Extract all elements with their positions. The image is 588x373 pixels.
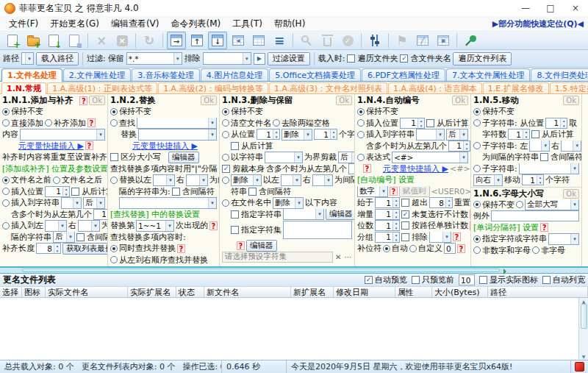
minimize-button[interactable]: — (513, 0, 538, 16)
chevron-down-icon[interactable]: ▾ (243, 53, 251, 64)
chevron-down-icon[interactable]: ▾ (570, 163, 578, 174)
chevron-down-icon[interactable]: ▾ (96, 198, 104, 208)
combo-box[interactable]: ▾ (283, 209, 324, 221)
help-icon[interactable]: ? (363, 164, 371, 173)
checkbox[interactable]: 区分大小写 (110, 152, 161, 163)
spin-down-icon[interactable]: ▾ (537, 180, 543, 185)
confirm-icon[interactable]: ✓ (338, 32, 357, 49)
column-header-9[interactable]: 属性 (395, 287, 432, 297)
radio-option[interactable]: 清空文件名 (222, 118, 271, 129)
spin-up-icon[interactable]: ▴ (561, 118, 567, 124)
chevron-down-icon[interactable]: ▾ (165, 221, 173, 231)
spinner[interactable]: 1▴▾ (400, 118, 425, 129)
spinner[interactable]: 1▴▾ (508, 129, 530, 140)
combo-box[interactable]: ▾ (429, 232, 451, 244)
chevron-down-icon[interactable]: ▾ (351, 152, 354, 163)
radio-option[interactable]: 子字符串: 左 (473, 141, 528, 152)
import-list-icon[interactable]: ↓ (44, 32, 63, 49)
combo-box[interactable]: ▾ (186, 174, 208, 186)
button[interactable]: 编辑器 (168, 152, 199, 163)
close-button[interactable]: × (563, 0, 588, 16)
combo-box[interactable]: ▾ (416, 129, 445, 141)
help-icon[interactable]: ? (85, 141, 93, 150)
spin-down-icon[interactable]: ▾ (561, 124, 567, 129)
apply-filter-button[interactable]: ▶ (254, 53, 265, 65)
combo-box[interactable]: 1~~1▾ (136, 220, 174, 232)
radio-option[interactable]: 插入位置 (2, 186, 43, 197)
radio-option[interactable] (222, 177, 229, 184)
radio-option[interactable]: 非字母 (532, 245, 565, 256)
sub-tab-3[interactable]: 1.A.高级(2)：编码与转换等 (158, 82, 268, 93)
radio-option[interactable]: 保持不变 (222, 106, 263, 117)
menu-item-6[interactable]: 帮助(H) (268, 18, 311, 30)
spinner[interactable]: 1▴▾ (93, 209, 107, 220)
text-area[interactable] (283, 221, 352, 239)
add-folder-icon[interactable]: + (24, 32, 43, 49)
checkbox[interactable]: 未复选行不计数 (401, 209, 468, 220)
checklist-icon[interactable]: ≡ (270, 32, 289, 49)
radio-option[interactable]: 替换以左 (110, 174, 151, 185)
chevron-down-icon[interactable]: ▾ (324, 175, 332, 185)
column-header-2[interactable]: 图标 (22, 287, 46, 297)
spin-up-icon[interactable]: ▴ (523, 129, 529, 135)
checkbox[interactable]: 超出 (401, 197, 428, 208)
combo-box[interactable]: 向右▾ (473, 174, 503, 186)
main-tab-7[interactable]: 7.文本文件属性处理 (446, 68, 531, 81)
ok-button[interactable]: Ok (563, 96, 579, 105)
spin-down-icon[interactable]: ▾ (393, 226, 399, 231)
scrollbar-thumb[interactable] (581, 304, 587, 329)
quick-insert-link[interactable]: 元变量快捷插入 ▶ (132, 141, 198, 152)
radio-option[interactable]: 插入到字符串 (2, 197, 60, 208)
combo-box[interactable]: ▾ (138, 129, 217, 141)
spin-down-icon[interactable]: ▾ (393, 238, 399, 243)
main-tab-1[interactable]: 1.文件名处理 (1, 68, 62, 82)
main-tab-5[interactable]: 5.Office文档摘要处理 (269, 68, 361, 81)
combo-box[interactable]: ▾ (20, 129, 105, 141)
checkbox[interactable]: 从后计算 (71, 186, 107, 197)
sub-tab-7[interactable]: 1.5.特定类型文件名修改 (550, 82, 588, 93)
ok-button[interactable]: Ok (336, 96, 352, 105)
save-grid-icon[interactable]: ▪ (434, 32, 453, 49)
combo-box[interactable]: ▾ (281, 174, 301, 186)
button[interactable]: 获取列表最长 (62, 243, 107, 255)
load-path-button[interactable]: 载入路径 (36, 52, 79, 65)
menu-item-2[interactable]: 开始更名(G) (44, 18, 105, 30)
chevron-down-icon[interactable]: ▾ (253, 175, 261, 185)
checkbox[interactable]: 从后计算 (531, 129, 574, 140)
chevron-down-icon[interactable]: ▾ (436, 129, 444, 140)
column-header-3[interactable]: 实际文件名 (46, 287, 128, 297)
combo-box[interactable]: 删除▾ (231, 174, 262, 186)
combo-box[interactable]: ▾ (529, 141, 550, 152)
checkbox[interactable]: 从后计算 (231, 141, 273, 152)
clear-list-icon[interactable]: × (112, 32, 132, 49)
radio-option[interactable]: 自动 (383, 243, 408, 254)
combo-box[interactable]: ▾ (153, 174, 175, 186)
spin-down-icon[interactable]: ▾ (273, 135, 279, 140)
chevron-down-icon[interactable]: ▾ (96, 129, 104, 140)
spin-down-icon[interactable]: ▾ (464, 146, 470, 152)
sub-tab-4[interactable]: 1.A.高级(3)：文件名对照列表 (269, 82, 387, 93)
combo-box[interactable]: 后▾ (83, 197, 105, 209)
ok-button[interactable]: Ok (452, 96, 468, 105)
spin-up-icon[interactable]: ▴ (393, 198, 399, 203)
chevron-down-icon[interactable]: ▾ (573, 141, 581, 151)
help-icon[interactable]: ? (470, 221, 470, 230)
radio-option[interactable]: 插入到左 (2, 220, 43, 231)
column-header-4[interactable]: 实际扩展名 (128, 287, 176, 297)
main-tab-2[interactable]: 2.文件属性处理 (63, 68, 132, 81)
spin-up-icon[interactable]: ▴ (393, 232, 399, 238)
combo-box[interactable]: ▾ (548, 233, 579, 245)
help-icon[interactable]: ? (457, 244, 465, 253)
column-header-1[interactable]: 选择 (0, 287, 22, 297)
combo-box[interactable]: 删除▾ (273, 197, 304, 209)
chevron-down-icon[interactable]: ▾ (66, 232, 74, 242)
checkbox[interactable]: 含间隔符 (76, 232, 107, 243)
main-tab-3[interactable]: 3.音乐标签处理 (132, 68, 200, 81)
radio-option[interactable]: 去除两端空格 (273, 118, 330, 129)
auto-preview-checkbox[interactable]: 自动预览 (365, 274, 407, 285)
spin-up-icon[interactable]: ▴ (393, 210, 399, 215)
chevron-down-icon[interactable]: ▾ (304, 129, 312, 140)
spinner[interactable]: 1▴▾ (348, 163, 354, 174)
radio-option[interactable]: 保持不变 (473, 106, 514, 117)
new-file-icon[interactable]: + (3, 32, 22, 49)
